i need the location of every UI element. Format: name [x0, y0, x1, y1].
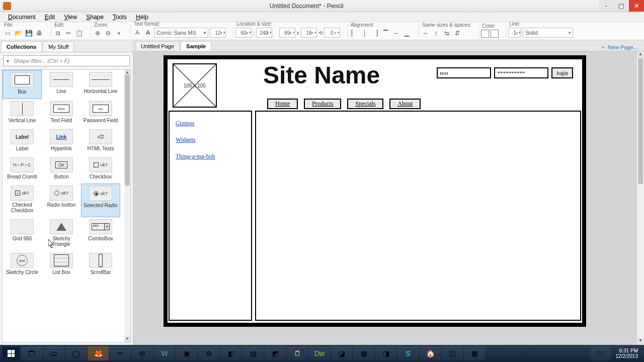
taskbar-app5-icon[interactable]: ▤ — [243, 346, 264, 360]
tab-my-stuff[interactable]: My Stuff — [43, 41, 74, 52]
canvas-page[interactable]: 105 x 105 Site Name text ********** logi… — [164, 55, 586, 327]
font-family-combo[interactable]: Comic Sans MS▾ — [154, 28, 208, 38]
align-hcenter-icon[interactable]: │ — [360, 29, 369, 38]
mock-password-field[interactable]: ********** — [494, 67, 548, 78]
line-width-spinner[interactable]: 1▲▼ — [508, 28, 521, 38]
shape-vertical-line[interactable]: Vertical Line — [3, 99, 42, 127]
distribute-v-icon[interactable]: ⇵ — [453, 29, 462, 38]
taskbar-notes-icon[interactable]: 🗒 — [287, 346, 308, 360]
window-close-button[interactable]: ✕ — [629, 0, 644, 12]
window-minimize-button[interactable]: - — [599, 0, 614, 12]
mock-link-thingamabob[interactable]: Thing-a-ma-bob — [176, 153, 245, 160]
cut-icon[interactable]: ✂ — [64, 29, 73, 38]
print-icon[interactable]: 🖶 — [35, 29, 44, 38]
menu-tools[interactable]: Tools — [109, 13, 131, 22]
shape-filter-input[interactable]: ▾ Shape filter... (Ctrl + F) — [3, 55, 130, 66]
scroll-thumb[interactable] — [125, 75, 130, 186]
new-page-button[interactable]: ＋New Page... — [596, 43, 642, 51]
canvas-scrollbar[interactable]: ▲ ▼ — [637, 51, 644, 345]
taskbar-clock[interactable]: 6:31 PM 12/2/2013 — [612, 348, 642, 359]
align-bottom-icon[interactable]: ▁ — [403, 29, 412, 38]
tab-collections[interactable]: Collections — [1, 41, 42, 52]
mock-login-button[interactable]: login — [551, 67, 573, 78]
save-file-icon[interactable]: 💾 — [24, 29, 33, 38]
distribute-h-icon[interactable]: ⇆ — [442, 29, 451, 38]
loc-x-spinner[interactable]: 60▲▼ — [235, 28, 252, 38]
taskbar-app7-icon[interactable]: ◪ — [331, 346, 352, 360]
window-maximize-button[interactable]: ▢ — [614, 0, 629, 12]
taskbar-app1-icon[interactable]: ✂ — [110, 346, 131, 360]
mock-main-area[interactable] — [255, 111, 581, 321]
shape-hyperlink[interactable]: LinkHyperlink — [42, 127, 81, 155]
scroll-down-icon[interactable]: ▼ — [124, 336, 130, 342]
start-button[interactable] — [2, 346, 20, 360]
shape-combobox[interactable]: abc▾ComboBox — [81, 217, 120, 251]
align-top-icon[interactable]: ▔ — [381, 29, 390, 38]
shape-checked-checkbox[interactable]: ✓ok?Checked Checkbox — [3, 184, 42, 217]
loc-y-spinner[interactable]: 240▲▼ — [256, 28, 272, 38]
mock-nav-about[interactable]: About — [389, 99, 421, 109]
mock-image-placeholder[interactable]: 105 x 105 — [173, 63, 217, 108]
shape-password-field[interactable]: •••Password Field — [81, 99, 120, 127]
font-size-spinner[interactable]: 12▲▼ — [210, 28, 226, 38]
size-w-spinner[interactable]: 89▲▼ — [279, 28, 295, 38]
canvas-scroll-up-icon[interactable]: ▲ — [637, 51, 644, 58]
shape-text-field[interactable]: textText Field — [42, 99, 81, 127]
mock-nav-specials[interactable]: Specials — [347, 99, 383, 109]
taskbar-outlook-icon[interactable]: ✉ — [132, 346, 153, 360]
sidebar-scrollbar[interactable]: ▲ ▼ — [124, 70, 130, 342]
taskbar-app8-icon[interactable]: ▦ — [353, 346, 374, 360]
zoom-reset-icon[interactable]: ⌖ — [114, 29, 123, 38]
menu-document[interactable]: Document — [4, 13, 40, 22]
rotation-lock-icon[interactable]: ⟲ — [318, 30, 323, 36]
taskbar-explorer-icon[interactable]: 🗔 — [21, 346, 42, 360]
mock-username-field[interactable]: text — [437, 67, 491, 78]
page-tab-untitled[interactable]: Untitled Page — [135, 41, 180, 51]
line-style-combo[interactable]: Solid▾ — [523, 28, 573, 38]
same-height-icon[interactable]: ↕ — [432, 29, 441, 38]
taskbar-app6-icon[interactable]: ◩ — [265, 346, 286, 360]
menu-edit[interactable]: Edit — [41, 13, 59, 22]
mock-site-title[interactable]: Site Name — [263, 61, 380, 89]
taskbar-app3-icon[interactable]: ⚙ — [198, 346, 219, 360]
taskbar-app2-icon[interactable]: ▣ — [176, 346, 197, 360]
taskbar-files-icon[interactable]: 🗂 — [43, 346, 64, 360]
rotation-spinner[interactable]: 0▲▼ — [324, 28, 340, 38]
taskbar-app9-icon[interactable]: ◨ — [375, 346, 396, 360]
stroke-color-swatch[interactable] — [491, 30, 499, 38]
fill-color-swatch[interactable] — [481, 30, 489, 38]
mock-sidebar[interactable]: Gizmos Widgets Thing-a-ma-bob — [169, 111, 252, 321]
shape-radio-button[interactable]: ok?Radio button — [42, 184, 81, 217]
mock-link-gizmos[interactable]: Gizmos — [176, 120, 245, 127]
shape-scrollbar[interactable]: ScrollBar — [81, 251, 120, 279]
tray-flag-icon[interactable]: ⚐ — [590, 346, 611, 360]
menu-view[interactable]: View — [60, 13, 81, 22]
align-left-icon[interactable]: ▏ — [350, 29, 359, 38]
paste-icon[interactable]: 📋 — [74, 29, 84, 38]
align-right-icon[interactable]: ▕ — [371, 29, 380, 38]
canvas-scroll-thumb[interactable] — [638, 58, 643, 184]
new-file-icon[interactable]: ▭ — [3, 29, 12, 38]
shape-sketchy-circle[interactable]: textSketchy Circle — [3, 251, 42, 279]
page-tab-sample[interactable]: Sample — [181, 41, 211, 51]
shape-line[interactable]: Line — [42, 70, 81, 99]
shape-grid-960[interactable]: Grid 960 — [3, 217, 42, 251]
mock-nav-home[interactable]: Home — [267, 99, 298, 109]
taskbar-dreamweaver-icon[interactable]: Dw — [309, 346, 330, 360]
shape-horizontal-line[interactable]: Horizontal Line — [81, 70, 120, 99]
shape-html-texts[interactable]: AaaabbbHTML Texts — [81, 127, 120, 155]
clear-format-icon[interactable]: A̶ — [143, 28, 152, 37]
shape-list-box[interactable]: List Box — [42, 251, 81, 279]
zoom-in-icon[interactable]: ⊕ — [93, 29, 102, 38]
taskbar-app4-icon[interactable]: ◧ — [220, 346, 242, 360]
shape-checkbox[interactable]: ok?Checkbox — [81, 155, 120, 184]
taskbar-app11-icon[interactable]: ◫ — [442, 346, 463, 360]
shape-label[interactable]: LabelLabel — [3, 127, 42, 155]
menu-shape[interactable]: Shape — [82, 13, 108, 22]
canvas-scroll-down-icon[interactable]: ▼ — [637, 338, 644, 345]
taskbar-word-icon[interactable]: W — [154, 346, 175, 360]
open-file-icon[interactable]: 📂 — [14, 29, 23, 38]
taskbar-skype-icon[interactable]: S — [397, 346, 419, 360]
text-color-icon[interactable]: A — [133, 28, 142, 37]
shape-breadcrumb[interactable]: H › P › CBread Crumb — [3, 155, 42, 184]
